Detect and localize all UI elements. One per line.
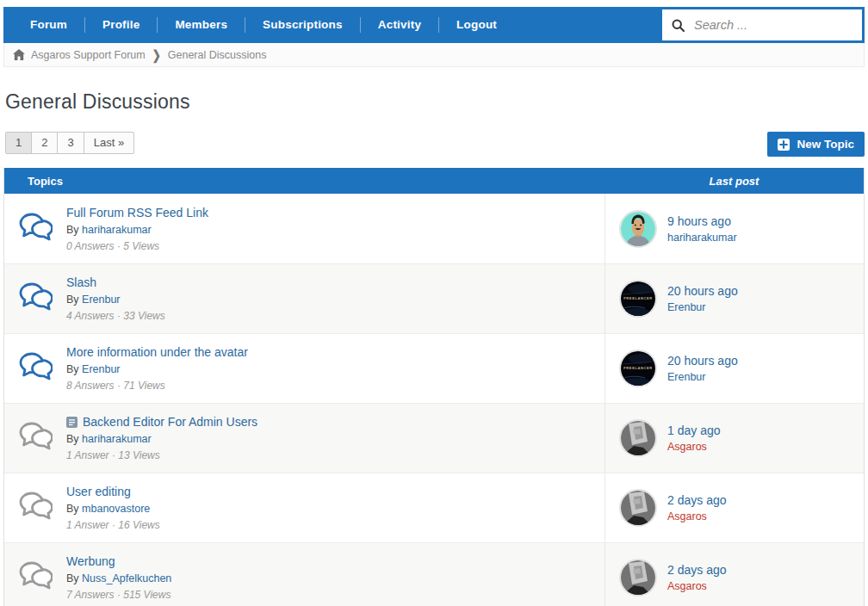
topic-meta: 7 Answers · 515 Views [66, 589, 604, 601]
topic-meta: 1 Answer · 16 Views [66, 519, 604, 531]
last-post-author-link[interactable]: Asgaros [667, 580, 727, 592]
topic-status-cell [4, 264, 66, 333]
note-icon [66, 417, 78, 428]
topic-byline: By Erenbur [66, 294, 604, 306]
breadcrumb-root-label: Asgaros Support Forum [31, 49, 146, 61]
topic-row: More information under the avatar By Ere… [4, 333, 864, 403]
topic-author-link[interactable]: hariharakumar [82, 433, 152, 445]
topic-row: Werbung By Nuss_Apfelkuchen 7 Answers · … [4, 542, 864, 606]
topic-title-link[interactable]: Slash [66, 275, 96, 289]
topic-info-cell: More information under the avatar By Ere… [66, 334, 604, 403]
last-post-time-link[interactable]: 9 hours ago [667, 214, 737, 228]
breadcrumb: Asgaros Support Forum ❯ General Discussi… [3, 43, 865, 67]
topic-author-link[interactable]: Nuss_Apfelkuchen [82, 572, 171, 584]
pagination-last[interactable]: Last » [84, 132, 134, 154]
topic-byline: By hariharakumar [66, 224, 604, 236]
forum-page: Forum Profile Members Subscriptions Acti… [3, 7, 865, 606]
search-icon [672, 19, 685, 32]
by-label: By [66, 572, 82, 584]
nav-item-members[interactable]: Members [158, 7, 245, 43]
topic-meta: 4 Answers · 33 Views [66, 310, 604, 322]
topic-info-cell: Backend Editor For Admin Users By hariha… [66, 404, 604, 473]
pagination-page-3[interactable]: 3 [57, 132, 84, 154]
topic-row: User editing By mbanovastore 1 Answer · … [4, 473, 864, 542]
topic-row: Backend Editor For Admin Users By hariha… [4, 403, 864, 473]
by-label: By [66, 433, 82, 445]
topic-author-link[interactable]: mbanovastore [82, 503, 150, 515]
column-header-topics: Topics [4, 175, 604, 188]
last-post-time-link[interactable]: 20 hours ago [667, 284, 738, 298]
avatar [619, 210, 657, 248]
plus-icon [778, 139, 790, 151]
last-post-time-link[interactable]: 20 hours ago [667, 354, 738, 368]
avatar: FREELANCER [619, 280, 657, 318]
search-box [662, 9, 862, 40]
topic-meta: 0 Answers · 5 Views [66, 240, 604, 252]
nav-item-activity[interactable]: Activity [361, 7, 438, 43]
table-header: Topics Last post [4, 168, 864, 194]
topic-author-link[interactable]: Erenbur [82, 363, 120, 375]
pagination-page-1[interactable]: 1 [5, 132, 32, 154]
topic-status-cell [4, 334, 66, 403]
last-post-author-link[interactable]: Asgaros [667, 441, 721, 453]
top-navigation: Forum Profile Members Subscriptions Acti… [3, 7, 865, 43]
comments-icon [18, 561, 53, 594]
topic-title-link[interactable]: Backend Editor For Admin Users [83, 415, 257, 429]
nav-item-subscriptions[interactable]: Subscriptions [245, 7, 360, 43]
topic-title-link[interactable]: Werbung [66, 554, 115, 568]
nav-item-forum[interactable]: Forum [13, 7, 84, 43]
comments-icon [18, 213, 53, 245]
svg-text:FREELANCER: FREELANCER [623, 296, 652, 300]
avatar [619, 559, 657, 597]
last-post-cell: 2 days ago Asgaros [604, 543, 864, 606]
new-topic-button[interactable]: New Topic [767, 132, 865, 157]
last-post-time-link[interactable]: 2 days ago [667, 563, 727, 577]
avatar [619, 489, 657, 527]
last-post-author-link[interactable]: Asgaros [667, 510, 727, 523]
topic-status-cell [4, 543, 66, 606]
topic-byline: By Erenbur [66, 363, 604, 375]
avatar: FREELANCER [619, 349, 657, 387]
topic-info-cell: Full Forum RSS Feed Link By hariharakuma… [66, 194, 604, 263]
topic-info-cell: Werbung By Nuss_Apfelkuchen 7 Answers · … [66, 543, 604, 606]
topic-row: Full Forum RSS Feed Link By hariharakuma… [4, 194, 864, 263]
topic-byline: By mbanovastore [66, 503, 604, 515]
last-post-author-link[interactable]: Erenbur [667, 301, 738, 313]
svg-text:FREELANCER: FREELANCER [623, 366, 652, 370]
toolbar-row: 1 2 3 Last » New Topic [3, 132, 865, 157]
topic-title-link[interactable]: Full Forum RSS Feed Link [66, 206, 208, 220]
pagination-page-2[interactable]: 2 [31, 132, 58, 154]
search-input[interactable] [692, 17, 852, 33]
last-post-cell: 2 days ago Asgaros [604, 473, 864, 542]
topic-info-cell: User editing By mbanovastore 1 Answer · … [66, 473, 604, 542]
home-icon [13, 49, 25, 60]
nav-item-profile[interactable]: Profile [85, 7, 157, 43]
page-title: General Discussions [5, 90, 865, 114]
comments-icon [18, 492, 53, 524]
last-post-cell: FREELANCER 20 hours ago Erenbur [604, 264, 864, 333]
last-post-author-link[interactable]: hariharakumar [667, 232, 737, 244]
avatar [619, 419, 657, 457]
topic-byline: By Nuss_Apfelkuchen [66, 572, 604, 584]
topic-meta: 8 Answers · 71 Views [66, 380, 604, 392]
column-header-last-post: Last post [604, 175, 864, 188]
topic-author-link[interactable]: hariharakumar [82, 224, 152, 236]
topic-title-link[interactable]: More information under the avatar [66, 345, 248, 359]
new-topic-label: New Topic [797, 138, 854, 151]
breadcrumb-current: General Discussions [168, 49, 267, 61]
topic-status-cell [4, 194, 66, 263]
topic-info-cell: Slash By Erenbur 4 Answers · 33 Views [66, 264, 604, 333]
topic-status-cell [4, 473, 66, 542]
topic-author-link[interactable]: Erenbur [82, 294, 120, 306]
by-label: By [66, 363, 82, 375]
breadcrumb-home-link[interactable]: Asgaros Support Forum [13, 49, 146, 61]
last-post-time-link[interactable]: 1 day ago [667, 424, 721, 437]
topic-title-link[interactable]: User editing [66, 485, 131, 498]
comments-icon [18, 422, 53, 454]
last-post-cell: 9 hours ago hariharakumar [604, 194, 864, 263]
last-post-time-link[interactable]: 2 days ago [667, 493, 727, 507]
last-post-author-link[interactable]: Erenbur [667, 371, 738, 383]
nav-item-logout[interactable]: Logout [439, 7, 514, 43]
topics-table: Topics Last post Full Forum RSS Feed Lin… [3, 168, 865, 606]
nav-menu: Forum Profile Members Subscriptions Acti… [3, 7, 514, 43]
